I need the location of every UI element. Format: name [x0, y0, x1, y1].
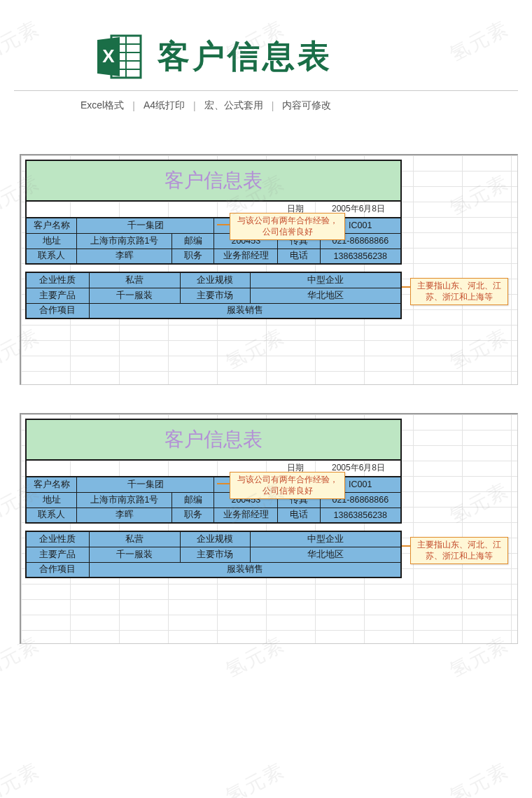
cell-value: 华北地区 [250, 288, 401, 303]
info-table-1: 客户名称 千一集团 IC001 地址 上海市南京路1号 邮编 200453 传真… [25, 476, 402, 524]
date-row: 日期 2005年6月8日 [25, 202, 402, 217]
callout-connector [402, 545, 410, 547]
table-row: 联系人 李晖 职务 业务部经理 电话 13863856238 [26, 507, 401, 523]
cell-value: 13863856238 [320, 507, 401, 523]
sheet-title-text: 客户信息表 [164, 426, 262, 453]
cell-label: 邮编 [172, 492, 214, 507]
info-table-1: 客户名称 千一集团 IC001 地址 上海市南京路1号 邮编 200453 传真… [25, 217, 402, 265]
table-row: 企业性质 私营 企业规模 中型企业 [26, 272, 401, 288]
comment-callout-1: 与该公司有两年合作经验，公司信誉良好 [230, 472, 345, 499]
table-row: 主要产品 千一服装 主要市场 华北地区 [26, 288, 401, 303]
tag-editable: 内容可修改 [282, 99, 331, 112]
cell-value: 千一服装 [89, 288, 180, 303]
info-table-2: 企业性质 私营 企业规模 中型企业 主要产品 千一服装 主要市场 华北地区 合作… [25, 272, 402, 319]
cell-value: 华北地区 [250, 547, 401, 562]
cell-label: 主要产品 [26, 288, 89, 303]
table-row: 主要产品 千一服装 主要市场 华北地区 [26, 547, 401, 562]
cell-value: 中型企业 [250, 531, 401, 547]
cell-label: 企业性质 [26, 531, 89, 547]
cell-value: 李晖 [77, 507, 172, 523]
cell-label: 主要市场 [180, 547, 250, 562]
cell-label: 邮编 [172, 233, 214, 248]
tag-paper: A4纸打印 [144, 99, 185, 112]
table-row: 企业性质 私营 企业规模 中型企业 [26, 531, 401, 547]
cell-label: 企业规模 [180, 272, 250, 288]
cell-label: 主要产品 [26, 547, 89, 562]
table-row: 联系人 李晖 职务 业务部经理 电话 13863856238 [26, 248, 401, 264]
cell-value: 李晖 [77, 248, 172, 264]
sheet-title-text: 客户信息表 [164, 167, 262, 194]
cell-label: 主要市场 [180, 288, 250, 303]
cell-label: 职务 [172, 248, 214, 264]
cell-label: 企业规模 [180, 531, 250, 547]
spreadsheet-preview-2: 客户信息表 日期 2005年6月8日 客户名称 千一集团 IC001 地址 上海… [20, 413, 518, 644]
cell-value: 服装销售 [89, 303, 401, 318]
table-row: 合作项目 服装销售 [26, 303, 401, 318]
sub-info-bar: Excel格式| A4纸打印| 宏、公式套用| 内容可修改 [0, 91, 532, 154]
watermark: 氢元素 [0, 757, 45, 798]
watermark: 氢元素 [445, 757, 513, 798]
excel-icon: X [94, 31, 145, 82]
sheet-content: 客户信息表 日期 2005年6月8日 客户名称 千一集团 IC001 地址 上海… [25, 160, 402, 319]
cell-value: 私营 [89, 272, 180, 288]
date-row: 日期 2005年6月8日 [25, 461, 402, 476]
tag-macro: 宏、公式套用 [204, 99, 263, 112]
callout-connector [217, 224, 230, 225]
spreadsheet-preview-1: 客户信息表 日期 2005年6月8日 客户名称 千一集团 IC001 地址 上海… [20, 154, 518, 385]
cell-value: 私营 [89, 531, 180, 547]
page-title: 客户信息表 [158, 35, 332, 78]
cell-label: 合作项目 [26, 303, 89, 318]
info-table-2: 企业性质 私营 企业规模 中型企业 主要产品 千一服装 主要市场 华北地区 合作… [25, 531, 402, 578]
cell-value: 服装销售 [89, 562, 401, 578]
cell-value: 千一集团 [77, 218, 214, 233]
cell-value: 业务部经理 [214, 248, 278, 264]
cell-value: 上海市南京路1号 [77, 233, 172, 248]
svg-text:X: X [102, 46, 115, 66]
cell-label: 电话 [278, 248, 320, 264]
comment-callout-1: 与该公司有两年合作经验，公司信誉良好 [230, 213, 345, 240]
cell-label: 地址 [26, 233, 77, 248]
cell-value: 业务部经理 [214, 507, 278, 523]
table-row: 合作项目 服装销售 [26, 562, 401, 578]
cell-value: 13863856238 [320, 248, 401, 264]
cell-label: 企业性质 [26, 272, 89, 288]
sheet-title-bar: 客户信息表 [25, 160, 402, 202]
cell-value: 千一集团 [77, 477, 214, 492]
sheet-content: 客户信息表 日期 2005年6月8日 客户名称 千一集团 IC001 地址 上海… [25, 419, 402, 578]
page-header: X 客户信息表 [14, 0, 518, 91]
cell-value: 中型企业 [250, 272, 401, 288]
cell-label: 客户名称 [26, 218, 77, 233]
cell-value: 千一服装 [89, 547, 180, 562]
callout-connector [217, 483, 230, 484]
watermark: 氢元素 [221, 757, 289, 798]
cell-label: 客户名称 [26, 477, 77, 492]
cell-label: 电话 [278, 507, 320, 523]
callout-connector [402, 286, 410, 288]
comment-callout-2: 主要指山东、河北、江苏、浙江和上海等 [410, 537, 508, 564]
cell-label: 联系人 [26, 507, 77, 523]
cell-label: 联系人 [26, 248, 77, 264]
tag-format: Excel格式 [80, 99, 124, 112]
cell-value: 上海市南京路1号 [77, 492, 172, 507]
sheet-title-bar: 客户信息表 [25, 419, 402, 461]
cell-label: 职务 [172, 507, 214, 523]
comment-callout-2: 主要指山东、河北、江苏、浙江和上海等 [410, 278, 508, 305]
cell-label: 地址 [26, 492, 77, 507]
cell-label: 合作项目 [26, 562, 89, 578]
